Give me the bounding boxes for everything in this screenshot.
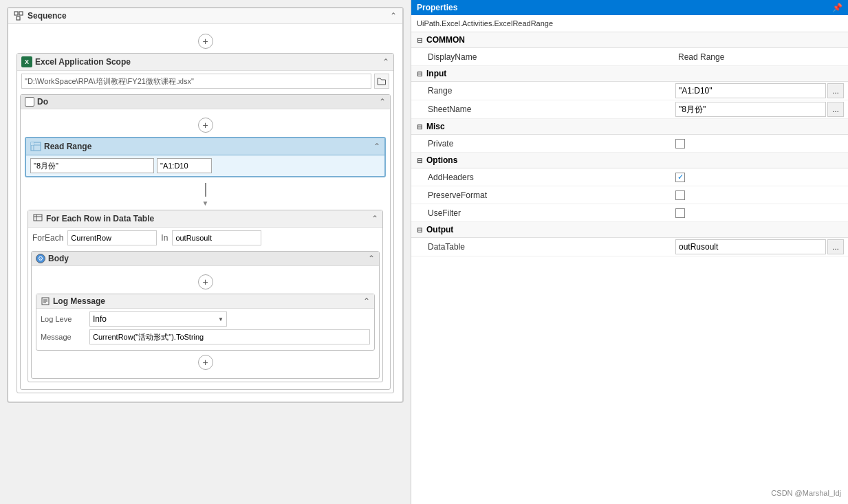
usefilter-label: UseFilter (411, 206, 673, 221)
private-checkbox[interactable] (675, 139, 685, 149)
output-collapse-icon: ⊟ (417, 226, 422, 234)
excel-icon: X (21, 56, 32, 67)
private-label: Private (411, 136, 673, 151)
foreach-container: For Each Row in Data Table ⌃ ForEach In (28, 210, 383, 382)
common-collapse-icon: ⊟ (417, 36, 422, 44)
arrow-connector (25, 180, 386, 199)
read-range-title-row: Read Range (30, 141, 91, 152)
read-range-icon (30, 141, 41, 152)
read-range-title: Read Range (44, 142, 91, 151)
log-icon (41, 296, 50, 306)
range-input-field[interactable] (675, 83, 826, 98)
foreach-label: ForEach (32, 233, 63, 243)
misc-label: Misc (426, 122, 445, 131)
properties-pin-icon[interactable]: 📌 (832, 3, 842, 12)
private-row: Private (411, 135, 848, 153)
svg-rect-2 (17, 17, 20, 20)
datatable-input-field[interactable] (675, 239, 826, 254)
section-options-header[interactable]: ⊟ Options (411, 153, 848, 168)
usefilter-checkbox[interactable] (675, 208, 685, 218)
foreach-icon (32, 213, 43, 224)
log-body: Log Leve Info ▼ Message (36, 309, 374, 350)
log-message-label: Message (41, 333, 85, 341)
range-row: Range … (411, 82, 848, 100)
do-body: + (21, 109, 390, 389)
log-header: Log Message ⌃ (36, 294, 374, 309)
display-name-value: Read Range (673, 50, 848, 65)
datatable-browse-btn[interactable]: … (827, 239, 844, 254)
usefilter-value (673, 207, 848, 219)
log-message-row: Message (41, 329, 370, 344)
body-container: ⚙ Body ⌃ + (31, 251, 380, 379)
section-common-header[interactable]: ⊟ COMMON (411, 32, 848, 48)
foreach-params: ForEach In (28, 228, 382, 248)
file-path-input[interactable] (21, 74, 371, 89)
svg-rect-0 (14, 12, 18, 15)
section-input-header[interactable]: ⊟ Input (411, 66, 848, 82)
foreach-source-input[interactable] (172, 230, 261, 245)
sheetname-row: SheetName … (411, 100, 848, 119)
foreach-collapse-btn[interactable]: ⌃ (371, 214, 378, 223)
private-value (673, 138, 848, 150)
addheaders-row: AddHeaders (411, 168, 848, 186)
sheetname-browse-btn[interactable]: … (827, 102, 844, 117)
log-title-row: Log Message (41, 296, 105, 306)
misc-collapse-icon: ⊟ (417, 123, 422, 131)
sequence-title: Sequence (28, 11, 67, 21)
range-browse-btn[interactable]: … (827, 83, 844, 98)
addheaders-checkbox[interactable] (675, 173, 685, 182)
properties-panel: Properties 📌 UiPath.Excel.Activities.Exc… (411, 0, 848, 504)
output-label: Output (426, 225, 453, 234)
properties-body: ⊟ COMMON DisplayName Read Range ⊟ Input … (411, 32, 848, 504)
read-range-header: Read Range ⌃ (26, 138, 384, 155)
do-add-btn[interactable]: + (198, 118, 213, 133)
excel-scope-title: Excel Application Scope (35, 57, 131, 67)
section-misc-header[interactable]: ⊟ Misc (411, 119, 848, 135)
common-label: COMMON (426, 35, 465, 45)
foreach-var-input[interactable] (67, 230, 157, 245)
sequence-body: + X Excel Application Scope ⌃ (8, 24, 402, 402)
sequence-add-btn[interactable]: + (198, 34, 213, 49)
sheetname-input-field[interactable] (675, 102, 826, 117)
log-message-input[interactable] (89, 329, 370, 344)
excel-scope-collapse-btn[interactable]: ⌃ (382, 57, 389, 67)
excel-scope-title-row: X Excel Application Scope (21, 56, 131, 67)
svg-rect-1 (19, 12, 23, 15)
sequence-collapse-btn[interactable]: ⌃ (390, 11, 397, 21)
preserveformat-row: PreserveFormat (411, 186, 848, 204)
options-label: Options (426, 155, 457, 165)
body-collapse-btn[interactable]: ⌃ (368, 254, 375, 263)
datatable-label: DataTable (411, 239, 673, 254)
datatable-value: … (673, 238, 848, 256)
range-field[interactable] (157, 158, 212, 173)
options-collapse-icon: ⊟ (417, 157, 422, 164)
body-title-row: ⚙ Body (36, 254, 69, 263)
preserveformat-value (673, 189, 848, 201)
sequence-title-row: Sequence (14, 11, 67, 21)
range-label: Range (411, 83, 673, 98)
sheet-name-field[interactable] (30, 158, 154, 173)
log-title: Log Message (53, 296, 105, 306)
do-collapse-btn[interactable]: ⌃ (379, 97, 386, 107)
log-level-select[interactable]: Info ▼ (89, 311, 227, 327)
body-label: Body (48, 254, 69, 263)
foreach-in-label: In (161, 233, 168, 243)
read-range-body (26, 155, 384, 176)
addheaders-value (673, 171, 848, 184)
body-add-btn[interactable]: + (198, 274, 213, 289)
properties-header: Properties 📌 (411, 0, 848, 15)
folder-browse-btn[interactable] (374, 74, 389, 89)
arrow-head (25, 199, 386, 207)
properties-subtitle: UiPath.Excel.Activities.ExcelReadRange (411, 15, 848, 32)
preserveformat-checkbox[interactable] (675, 190, 685, 200)
section-output-header[interactable]: ⊟ Output (411, 222, 848, 238)
read-range-collapse-btn[interactable]: ⌃ (373, 142, 380, 151)
log-level-value: Info (93, 314, 107, 324)
body-bottom-add-btn[interactable]: + (198, 355, 213, 370)
log-collapse-btn[interactable]: ⌃ (363, 296, 370, 306)
range-value: … (673, 82, 848, 100)
excel-scope-header: X Excel Application Scope ⌃ (17, 54, 393, 71)
log-level-dropdown-icon: ▼ (218, 316, 224, 322)
do-title-row: Do (25, 97, 48, 107)
properties-title: Properties (417, 3, 457, 12)
